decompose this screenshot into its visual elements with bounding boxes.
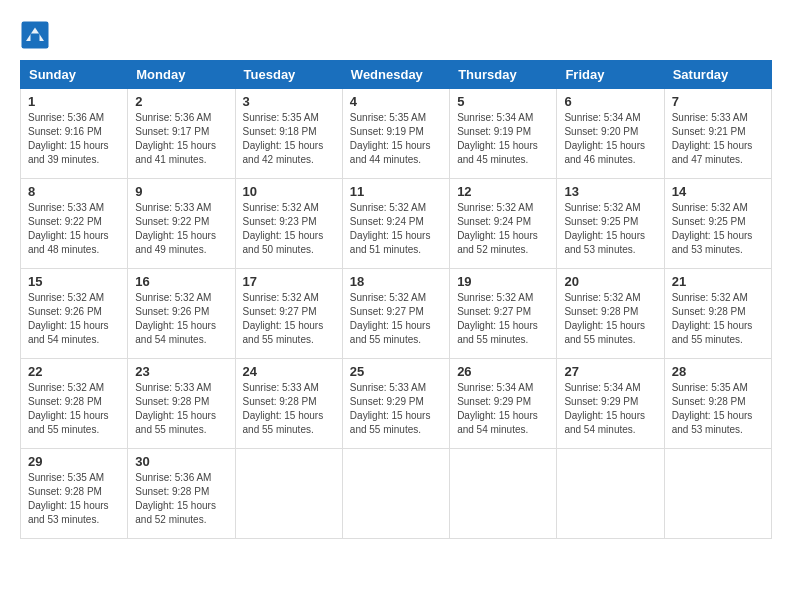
day-number: 1 [28, 94, 120, 109]
day-info: Sunrise: 5:32 AMSunset: 9:27 PMDaylight:… [350, 292, 431, 345]
day-cell-17: 17 Sunrise: 5:32 AMSunset: 9:27 PMDaylig… [235, 269, 342, 359]
day-info: Sunrise: 5:32 AMSunset: 9:24 PMDaylight:… [350, 202, 431, 255]
day-cell-16: 16 Sunrise: 5:32 AMSunset: 9:26 PMDaylig… [128, 269, 235, 359]
day-info: Sunrise: 5:32 AMSunset: 9:25 PMDaylight:… [564, 202, 645, 255]
empty-cell [557, 449, 664, 539]
day-info: Sunrise: 5:32 AMSunset: 9:27 PMDaylight:… [243, 292, 324, 345]
calendar-body: 1 Sunrise: 5:36 AMSunset: 9:16 PMDayligh… [21, 89, 772, 539]
day-cell-20: 20 Sunrise: 5:32 AMSunset: 9:28 PMDaylig… [557, 269, 664, 359]
day-cell-25: 25 Sunrise: 5:33 AMSunset: 9:29 PMDaylig… [342, 359, 449, 449]
day-number: 18 [350, 274, 442, 289]
day-info: Sunrise: 5:34 AMSunset: 9:29 PMDaylight:… [457, 382, 538, 435]
page-header [20, 20, 772, 50]
day-info: Sunrise: 5:33 AMSunset: 9:29 PMDaylight:… [350, 382, 431, 435]
day-cell-23: 23 Sunrise: 5:33 AMSunset: 9:28 PMDaylig… [128, 359, 235, 449]
day-info: Sunrise: 5:33 AMSunset: 9:28 PMDaylight:… [135, 382, 216, 435]
day-cell-24: 24 Sunrise: 5:33 AMSunset: 9:28 PMDaylig… [235, 359, 342, 449]
day-number: 19 [457, 274, 549, 289]
day-number: 13 [564, 184, 656, 199]
day-info: Sunrise: 5:36 AMSunset: 9:16 PMDaylight:… [28, 112, 109, 165]
logo-icon [20, 20, 50, 50]
logo [20, 20, 52, 50]
header-row: SundayMondayTuesdayWednesdayThursdayFrid… [21, 61, 772, 89]
day-info: Sunrise: 5:32 AMSunset: 9:26 PMDaylight:… [28, 292, 109, 345]
day-cell-8: 8 Sunrise: 5:33 AMSunset: 9:22 PMDayligh… [21, 179, 128, 269]
day-cell-5: 5 Sunrise: 5:34 AMSunset: 9:19 PMDayligh… [450, 89, 557, 179]
day-number: 17 [243, 274, 335, 289]
day-number: 15 [28, 274, 120, 289]
column-header-saturday: Saturday [664, 61, 771, 89]
column-header-thursday: Thursday [450, 61, 557, 89]
day-info: Sunrise: 5:35 AMSunset: 9:28 PMDaylight:… [672, 382, 753, 435]
day-info: Sunrise: 5:32 AMSunset: 9:27 PMDaylight:… [457, 292, 538, 345]
day-info: Sunrise: 5:32 AMSunset: 9:28 PMDaylight:… [672, 292, 753, 345]
day-cell-14: 14 Sunrise: 5:32 AMSunset: 9:25 PMDaylig… [664, 179, 771, 269]
day-number: 16 [135, 274, 227, 289]
day-info: Sunrise: 5:33 AMSunset: 9:22 PMDaylight:… [28, 202, 109, 255]
calendar-header: SundayMondayTuesdayWednesdayThursdayFrid… [21, 61, 772, 89]
day-number: 28 [672, 364, 764, 379]
day-cell-11: 11 Sunrise: 5:32 AMSunset: 9:24 PMDaylig… [342, 179, 449, 269]
day-info: Sunrise: 5:36 AMSunset: 9:28 PMDaylight:… [135, 472, 216, 525]
day-number: 4 [350, 94, 442, 109]
day-info: Sunrise: 5:36 AMSunset: 9:17 PMDaylight:… [135, 112, 216, 165]
day-number: 14 [672, 184, 764, 199]
day-number: 26 [457, 364, 549, 379]
day-number: 21 [672, 274, 764, 289]
day-info: Sunrise: 5:32 AMSunset: 9:26 PMDaylight:… [135, 292, 216, 345]
column-header-friday: Friday [557, 61, 664, 89]
empty-cell [235, 449, 342, 539]
svg-rect-2 [31, 34, 40, 42]
empty-cell [450, 449, 557, 539]
day-number: 7 [672, 94, 764, 109]
day-cell-6: 6 Sunrise: 5:34 AMSunset: 9:20 PMDayligh… [557, 89, 664, 179]
day-info: Sunrise: 5:34 AMSunset: 9:19 PMDaylight:… [457, 112, 538, 165]
day-number: 30 [135, 454, 227, 469]
day-number: 11 [350, 184, 442, 199]
day-info: Sunrise: 5:32 AMSunset: 9:28 PMDaylight:… [564, 292, 645, 345]
day-number: 23 [135, 364, 227, 379]
day-number: 24 [243, 364, 335, 379]
day-number: 22 [28, 364, 120, 379]
day-number: 25 [350, 364, 442, 379]
day-info: Sunrise: 5:32 AMSunset: 9:28 PMDaylight:… [28, 382, 109, 435]
day-number: 5 [457, 94, 549, 109]
day-number: 29 [28, 454, 120, 469]
day-info: Sunrise: 5:35 AMSunset: 9:19 PMDaylight:… [350, 112, 431, 165]
day-number: 6 [564, 94, 656, 109]
calendar: SundayMondayTuesdayWednesdayThursdayFrid… [20, 60, 772, 539]
column-header-sunday: Sunday [21, 61, 128, 89]
day-number: 27 [564, 364, 656, 379]
day-info: Sunrise: 5:33 AMSunset: 9:22 PMDaylight:… [135, 202, 216, 255]
day-number: 2 [135, 94, 227, 109]
day-cell-13: 13 Sunrise: 5:32 AMSunset: 9:25 PMDaylig… [557, 179, 664, 269]
day-cell-7: 7 Sunrise: 5:33 AMSunset: 9:21 PMDayligh… [664, 89, 771, 179]
day-info: Sunrise: 5:34 AMSunset: 9:20 PMDaylight:… [564, 112, 645, 165]
column-header-wednesday: Wednesday [342, 61, 449, 89]
day-number: 20 [564, 274, 656, 289]
day-number: 9 [135, 184, 227, 199]
week-row-1: 1 Sunrise: 5:36 AMSunset: 9:16 PMDayligh… [21, 89, 772, 179]
day-info: Sunrise: 5:35 AMSunset: 9:28 PMDaylight:… [28, 472, 109, 525]
day-cell-30: 30 Sunrise: 5:36 AMSunset: 9:28 PMDaylig… [128, 449, 235, 539]
day-info: Sunrise: 5:32 AMSunset: 9:24 PMDaylight:… [457, 202, 538, 255]
week-row-3: 15 Sunrise: 5:32 AMSunset: 9:26 PMDaylig… [21, 269, 772, 359]
day-cell-28: 28 Sunrise: 5:35 AMSunset: 9:28 PMDaylig… [664, 359, 771, 449]
day-cell-9: 9 Sunrise: 5:33 AMSunset: 9:22 PMDayligh… [128, 179, 235, 269]
week-row-4: 22 Sunrise: 5:32 AMSunset: 9:28 PMDaylig… [21, 359, 772, 449]
day-cell-26: 26 Sunrise: 5:34 AMSunset: 9:29 PMDaylig… [450, 359, 557, 449]
day-cell-3: 3 Sunrise: 5:35 AMSunset: 9:18 PMDayligh… [235, 89, 342, 179]
day-info: Sunrise: 5:33 AMSunset: 9:21 PMDaylight:… [672, 112, 753, 165]
column-header-tuesday: Tuesday [235, 61, 342, 89]
day-number: 12 [457, 184, 549, 199]
day-cell-1: 1 Sunrise: 5:36 AMSunset: 9:16 PMDayligh… [21, 89, 128, 179]
day-cell-15: 15 Sunrise: 5:32 AMSunset: 9:26 PMDaylig… [21, 269, 128, 359]
week-row-2: 8 Sunrise: 5:33 AMSunset: 9:22 PMDayligh… [21, 179, 772, 269]
day-cell-10: 10 Sunrise: 5:32 AMSunset: 9:23 PMDaylig… [235, 179, 342, 269]
day-cell-21: 21 Sunrise: 5:32 AMSunset: 9:28 PMDaylig… [664, 269, 771, 359]
column-header-monday: Monday [128, 61, 235, 89]
empty-cell [664, 449, 771, 539]
day-number: 10 [243, 184, 335, 199]
day-cell-27: 27 Sunrise: 5:34 AMSunset: 9:29 PMDaylig… [557, 359, 664, 449]
empty-cell [342, 449, 449, 539]
